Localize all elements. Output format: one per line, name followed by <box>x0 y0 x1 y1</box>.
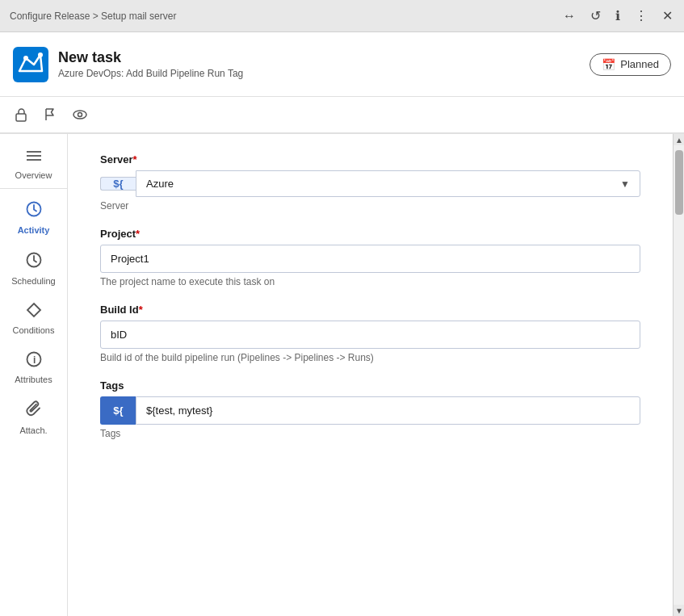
server-input-row: ${ Azure ▼ <box>100 170 640 197</box>
svg-rect-0 <box>13 47 48 82</box>
calendar-icon: 📅 <box>602 58 615 71</box>
sidebar-item-scheduling[interactable]: Scheduling <box>0 243 67 294</box>
buildid-field-section: Build Id* Build id of the build pipeline… <box>100 304 640 363</box>
sidebar-item-attributes[interactable]: i Attributes <box>0 343 67 392</box>
scheduling-icon <box>25 251 43 273</box>
scroll-up-button[interactable]: ▲ <box>674 134 684 145</box>
tags-input[interactable] <box>136 396 640 425</box>
buildid-hint: Build id of the build pipeline run (Pipe… <box>100 352 640 363</box>
top-bar-actions: ↔ ↺ ℹ ⋮ ✕ <box>561 6 674 25</box>
content-area: Server* ${ Azure ▼ Server Project* The p… <box>68 134 673 616</box>
sidebar: Overview Activity Scheduling <box>0 134 68 616</box>
breadcrumb-text: Configure Release > Setup mail server <box>10 10 176 22</box>
server-template-button[interactable]: ${ <box>100 177 136 191</box>
buildid-input[interactable] <box>100 321 640 349</box>
status-label: Planned <box>620 58 659 70</box>
task-title: New task <box>58 49 243 66</box>
tags-hint: Tags <box>100 428 640 439</box>
chevron-down-icon: ▼ <box>620 178 630 190</box>
more-button[interactable]: ⋮ <box>633 6 649 25</box>
server-select-wrapper[interactable]: Azure ▼ <box>136 170 640 197</box>
svg-point-1 <box>23 56 28 61</box>
overview-icon <box>25 149 43 167</box>
refresh-button[interactable]: ↺ <box>589 6 602 25</box>
breadcrumb: Configure Release > Setup mail server <box>10 10 176 22</box>
scrollbar-thumb[interactable] <box>675 150 683 215</box>
attach-icon <box>26 400 42 422</box>
task-subtitle: Azure DevOps: Add Build Pipeline Run Tag <box>58 68 243 79</box>
attributes-icon: i <box>26 351 42 371</box>
server-label: Server* <box>100 153 640 166</box>
main-layout: Overview Activity Scheduling <box>0 134 684 616</box>
server-hint: Server <box>100 200 640 212</box>
task-header: New task Azure DevOps: Add Build Pipelin… <box>0 32 684 97</box>
info-button[interactable]: ℹ <box>614 6 622 25</box>
tags-label: Tags <box>100 379 640 392</box>
tags-template-button[interactable]: ${ <box>100 396 136 425</box>
flag-icon[interactable] <box>42 107 58 123</box>
svg-point-4 <box>73 111 86 119</box>
activity-label: Activity <box>18 225 50 235</box>
sidebar-item-attach[interactable]: Attach. <box>0 392 67 443</box>
attach-label: Attach. <box>19 425 47 435</box>
header-left: New task Azure DevOps: Add Build Pipelin… <box>13 47 243 82</box>
scheduling-label: Scheduling <box>11 276 55 286</box>
resize-button[interactable]: ↔ <box>561 7 577 25</box>
conditions-icon <box>26 302 42 322</box>
buildid-label: Build Id* <box>100 304 640 316</box>
conditions-label: Conditions <box>13 325 55 335</box>
svg-point-5 <box>78 113 82 117</box>
svg-text:i: i <box>33 354 36 366</box>
sidebar-item-activity[interactable]: Activity <box>0 192 67 243</box>
scrollbar-track: ▲ ▼ <box>673 134 684 616</box>
server-field-section: Server* ${ Azure ▼ Server <box>100 153 640 212</box>
lock-icon[interactable] <box>13 107 29 123</box>
sidebar-item-conditions[interactable]: Conditions <box>0 294 67 343</box>
attributes-label: Attributes <box>15 375 52 384</box>
project-hint: The project name to execute this task on <box>100 276 640 287</box>
scroll-down-button[interactable]: ▼ <box>674 605 684 616</box>
project-input[interactable] <box>100 245 640 273</box>
tags-input-row: ${ <box>100 396 640 425</box>
activity-icon <box>25 200 43 222</box>
toolbar <box>0 97 684 134</box>
svg-rect-3 <box>16 114 26 121</box>
tags-field-section: Tags ${ Tags <box>100 379 640 439</box>
project-field-section: Project* The project name to execute thi… <box>100 228 640 287</box>
server-select[interactable]: Azure <box>146 178 620 190</box>
svg-point-2 <box>38 52 43 57</box>
status-badge[interactable]: 📅 Planned <box>590 53 671 76</box>
sidebar-item-overview[interactable]: Overview <box>0 140 67 189</box>
ado-logo-icon <box>13 47 48 82</box>
project-label: Project* <box>100 228 640 240</box>
close-button[interactable]: ✕ <box>661 6 674 25</box>
top-bar: Configure Release > Setup mail server ↔ … <box>0 0 684 32</box>
header-title-block: New task Azure DevOps: Add Build Pipelin… <box>58 49 243 79</box>
overview-label: Overview <box>15 170 52 180</box>
eye-icon[interactable] <box>71 107 89 123</box>
